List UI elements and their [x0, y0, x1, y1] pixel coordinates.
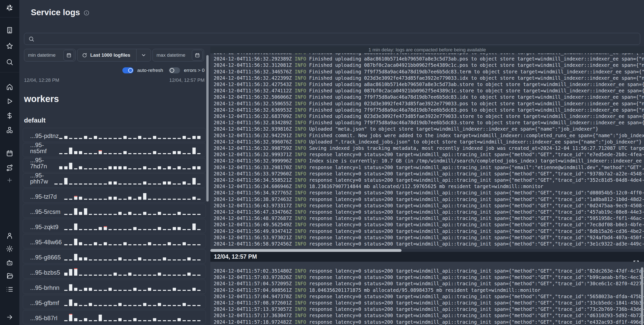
- favorites-star-icon[interactable]: [6, 42, 13, 50]
- activity-bar: [99, 168, 102, 169]
- activity-bar: [183, 181, 186, 185]
- logfiles-select[interactable]: Last 1000 logfiles: [77, 49, 151, 62]
- activity-bar: [79, 229, 82, 230]
- worker-row[interactable]: ...95-zqkt9: [23, 219, 206, 233]
- log-vertical-scrollbar[interactable]: [641, 267, 643, 325]
- sidebar-divider: [0, 72, 19, 72]
- activity-bar: [64, 320, 68, 321]
- activity-bar: [133, 138, 137, 139]
- activity-bar: [74, 151, 77, 154]
- activity-bar: [114, 197, 117, 200]
- log-horizontal-scrollbar[interactable]: [210, 249, 402, 252]
- activity-bar: [94, 275, 97, 276]
- log-line: 2024-12-04T11:57:04.608561Z INFO 18.0463…: [214, 287, 644, 293]
- log-line: 2024-12-04T11:56:34.558521Z INFO respons…: [214, 177, 644, 183]
- workers-robot-icon[interactable]: [6, 259, 13, 267]
- add-plus-icon[interactable]: [6, 177, 13, 184]
- resources-boxes-icon[interactable]: [6, 127, 13, 134]
- worker-row[interactable]: ...95-5rcsm: [23, 204, 206, 218]
- activity-bar: [123, 199, 127, 200]
- activity-bar: [128, 153, 131, 154]
- workspace-building-icon[interactable]: [6, 26, 13, 34]
- log-pane-top[interactable]: 2024-12-04T11:56:32.292389Z INFO Finishe…: [210, 53, 644, 249]
- worker-row[interactable]: ...95-ns5mf: [23, 143, 206, 157]
- activity-bar: [108, 275, 112, 276]
- workers-scrollbar[interactable]: [206, 55, 209, 201]
- activity-bar: [187, 290, 191, 291]
- activity-bar: [138, 184, 141, 185]
- worker-row[interactable]: ...95-gfbmf: [23, 295, 206, 309]
- activity-bar: [69, 314, 72, 321]
- activity-bar: [192, 178, 196, 185]
- log-line: 2024-12-04T11:56:33.298170Z INFO respons…: [214, 164, 644, 171]
- activity-bar: [138, 229, 141, 230]
- range-start: 12/04, 12:28 PM: [24, 77, 59, 83]
- worker-row[interactable]: ...95-7hd7n: [23, 158, 206, 172]
- workers-heading: workers: [24, 94, 59, 104]
- search-nav-icon[interactable]: [6, 58, 13, 66]
- max-datetime-calendar-button[interactable]: [192, 50, 203, 60]
- activity-bar: [168, 320, 171, 321]
- min-datetime-calendar-button[interactable]: [63, 50, 74, 60]
- activity-bar: [153, 244, 156, 245]
- worker-row[interactable]: ...95-b87rl: [23, 310, 206, 324]
- auto-refresh-toggle[interactable]: [122, 67, 134, 73]
- activity-bar: [177, 184, 181, 185]
- activity-bar: [148, 229, 151, 230]
- worker-name: ...95-48w66: [30, 239, 64, 245]
- user-icon[interactable]: [6, 232, 13, 239]
- activity-bar: [114, 273, 117, 276]
- activity-bar: [138, 320, 141, 321]
- activity-bar: [173, 259, 176, 260]
- runs-play-icon[interactable]: [6, 98, 13, 105]
- activity-bar: [153, 305, 156, 306]
- activity-bar: [183, 168, 186, 169]
- activity-bar: [128, 244, 131, 245]
- activity-bar: [192, 148, 196, 154]
- worker-row[interactable]: ...95-g8665: [23, 249, 206, 263]
- worker-name: ...95-g8665: [30, 254, 64, 260]
- log-pane-bottom[interactable]: 2024-12-04T11:57:02.351480Z INFO respons…: [210, 262, 644, 325]
- activity-bar: [192, 244, 196, 245]
- activity-bar: [192, 224, 196, 230]
- activity-bar: [183, 153, 186, 154]
- worker-row[interactable]: ...95-phh7w: [23, 173, 206, 188]
- home-icon[interactable]: [6, 83, 13, 91]
- variables-dollar-icon[interactable]: [6, 112, 13, 119]
- activity-bar: [158, 273, 161, 276]
- errors-toggle[interactable]: [169, 67, 180, 73]
- activity-bar: [183, 275, 186, 276]
- audit-logs-list-icon[interactable]: [6, 286, 13, 293]
- windmill-logo-icon[interactable]: [5, 4, 14, 12]
- worker-row[interactable]: ...95-48w66: [23, 234, 206, 248]
- worker-row[interactable]: ...95-tzl7d: [23, 189, 206, 203]
- worker-row[interactable]: ...95-brhnn: [23, 280, 206, 294]
- info-icon[interactable]: [83, 10, 90, 16]
- folders-icon[interactable]: [6, 272, 13, 280]
- activity-bar: [79, 138, 82, 139]
- log-line: 2024-12-04T11:57:08.972601Z INFO respons…: [214, 300, 644, 306]
- search-input[interactable]: [24, 33, 640, 45]
- schedules-calendar-icon[interactable]: [6, 150, 13, 157]
- log-line: 2024-12-04T11:56:32.292389Z INFO Finishe…: [214, 53, 644, 56]
- min-datetime-field[interactable]: min datetime: [24, 49, 76, 62]
- activity-bar: [94, 153, 97, 154]
- activity-bar: [163, 275, 166, 276]
- worker-row[interactable]: ...95-bzbs5: [23, 265, 206, 279]
- activity-bar: [187, 168, 191, 169]
- worker-row[interactable]: ...95-pdtnz: [23, 128, 206, 142]
- activity-bar: [158, 244, 161, 245]
- flows-route-icon[interactable]: [6, 164, 13, 172]
- activity-bar: [177, 227, 181, 230]
- activity-bar: [128, 168, 131, 169]
- settings-gear-icon[interactable]: [6, 245, 13, 253]
- log-line: 2024-12-04T11:56:34.606946Z INFO 18.2361…: [214, 183, 644, 190]
- expand-sidebar-arrow-icon[interactable]: [6, 314, 13, 321]
- activity-bar: [148, 288, 151, 291]
- activity-bar: [163, 229, 166, 230]
- logfiles-dropdown-button[interactable]: [136, 49, 151, 61]
- activity-bar: [89, 259, 92, 260]
- activity-bar: [183, 136, 186, 139]
- max-datetime-field[interactable]: max datetime: [152, 49, 204, 62]
- activity-bar: [84, 318, 87, 321]
